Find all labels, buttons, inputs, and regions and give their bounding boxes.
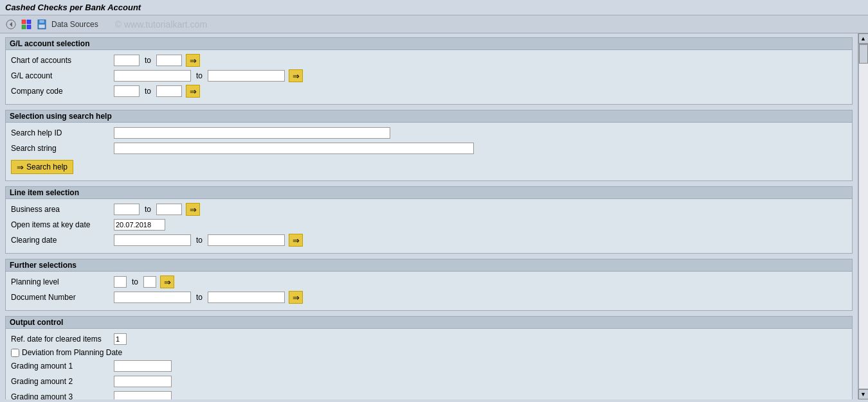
search-help-header: Selection using search help xyxy=(6,110,852,123)
scroll-up-btn[interactable]: ▲ xyxy=(858,33,869,44)
company-code-arrow[interactable]: ⇒ xyxy=(186,85,200,98)
company-code-label: Company code xyxy=(11,87,114,96)
gl-account-from[interactable] xyxy=(114,70,191,82)
search-help-btn-label: Search help xyxy=(26,162,68,171)
grading2-input[interactable] xyxy=(114,376,172,387)
business-area-to[interactable] xyxy=(156,204,182,215)
title-bar: Cashed Checks per Bank Account xyxy=(0,0,868,15)
clearing-date-label: Clearing date xyxy=(11,236,114,245)
clearing-date-row: Clearing date to ⇒ xyxy=(11,234,847,247)
svg-rect-4 xyxy=(22,25,26,29)
page-title: Cashed Checks per Bank Account xyxy=(5,3,141,12)
chart-of-accounts-from[interactable] xyxy=(114,55,140,66)
planning-level-label: Planning level xyxy=(11,277,114,286)
grading1-input[interactable] xyxy=(114,360,172,372)
to-label-4: to xyxy=(145,205,151,214)
to-label-3: to xyxy=(145,87,151,96)
open-items-label: Open items at key date xyxy=(11,220,114,229)
line-item-section: Line item selection Business area to ⇒ O… xyxy=(5,186,853,254)
watermark: © www.tutorialkart.com xyxy=(115,19,207,30)
chart-of-accounts-to[interactable] xyxy=(156,55,182,66)
document-number-row: Document Number to ⇒ xyxy=(11,291,847,304)
planning-level-from[interactable] xyxy=(114,276,127,288)
document-number-to[interactable] xyxy=(208,292,285,303)
search-help-section: Selection using search help Search help … xyxy=(5,110,853,181)
planning-level-arrow[interactable]: ⇒ xyxy=(160,275,174,288)
clearing-date-from[interactable] xyxy=(114,234,191,246)
gl-account-row: G/L account to ⇒ xyxy=(11,69,847,82)
svg-rect-3 xyxy=(27,20,31,24)
to-label-7: to xyxy=(196,293,203,302)
gl-account-arrow[interactable]: ⇒ xyxy=(289,69,303,82)
scroll-down-btn[interactable]: ▼ xyxy=(858,389,869,399)
grading3-row: Grading amount 3 xyxy=(11,390,847,399)
datasources-label[interactable]: Data Sources xyxy=(51,20,98,29)
grading3-input[interactable] xyxy=(114,391,172,399)
search-help-button[interactable]: ⇒ Search help xyxy=(11,160,73,174)
form-area: G/L account selection Chart of accounts … xyxy=(0,33,858,399)
clearing-date-to[interactable] xyxy=(208,234,285,246)
company-code-to[interactable] xyxy=(156,85,182,97)
search-string-row: Search string xyxy=(11,142,847,155)
to-label-1: to xyxy=(145,56,151,65)
open-items-row: Open items at key date xyxy=(11,218,847,231)
svg-rect-2 xyxy=(22,20,26,24)
line-item-header: Line item selection xyxy=(6,187,852,199)
gl-account-to[interactable] xyxy=(208,70,285,82)
search-help-btn-row: ⇒ Search help xyxy=(11,157,847,174)
company-code-from[interactable] xyxy=(114,85,140,97)
search-string-input[interactable] xyxy=(114,143,474,154)
ref-date-label: Ref. date for cleared items xyxy=(11,335,114,344)
gl-account-header: G/L account selection xyxy=(6,38,852,50)
output-control-section: Output control Ref. date for cleared ite… xyxy=(5,316,853,399)
document-number-label: Document Number xyxy=(11,293,114,302)
search-help-id-label: Search help ID xyxy=(11,128,114,137)
search-string-label: Search string xyxy=(11,144,114,153)
grading2-label: Grading amount 2 xyxy=(11,377,114,386)
search-help-id-input[interactable] xyxy=(114,127,390,139)
grading1-row: Grading amount 1 xyxy=(11,360,847,372)
grading3-label: Grading amount 3 xyxy=(11,392,114,399)
business-area-arrow[interactable]: ⇒ xyxy=(186,203,200,216)
svg-rect-7 xyxy=(39,20,44,23)
search-help-id-row: Search help ID xyxy=(11,127,847,139)
business-area-label: Business area xyxy=(11,205,114,214)
grid-icon[interactable] xyxy=(21,19,32,30)
grading2-row: Grading amount 2 xyxy=(11,375,847,388)
output-control-header: Output control xyxy=(6,317,852,329)
deviation-checkbox[interactable] xyxy=(11,349,19,357)
scrollbar[interactable]: ▲ ▼ xyxy=(858,33,868,399)
chart-of-accounts-row: Chart of accounts to ⇒ xyxy=(11,54,847,67)
ref-date-row: Ref. date for cleared items xyxy=(11,333,847,345)
further-selections-section: Further selections Planning level to ⇒ D… xyxy=(5,259,853,311)
chart-of-accounts-label: Chart of accounts xyxy=(11,56,114,65)
ref-date-input[interactable] xyxy=(114,333,127,345)
company-code-row: Company code to ⇒ xyxy=(11,85,847,98)
svg-rect-5 xyxy=(27,25,31,29)
scrollbar-track[interactable] xyxy=(858,44,869,389)
deviation-label: Deviation from Planning Date xyxy=(22,348,122,357)
further-selections-header: Further selections xyxy=(6,259,852,272)
planning-level-row: Planning level to ⇒ xyxy=(11,275,847,288)
deviation-row: Deviation from Planning Date xyxy=(11,348,847,357)
grading1-label: Grading amount 1 xyxy=(11,362,114,371)
chart-of-accounts-arrow[interactable]: ⇒ xyxy=(186,54,200,67)
to-label-5: to xyxy=(196,236,203,245)
back-icon[interactable] xyxy=(5,19,17,30)
svg-marker-1 xyxy=(10,22,12,27)
open-items-date[interactable] xyxy=(114,219,165,231)
gl-account-section: G/L account selection Chart of accounts … xyxy=(5,37,853,105)
document-number-arrow[interactable]: ⇒ xyxy=(289,291,303,304)
business-area-row: Business area to ⇒ xyxy=(11,203,847,216)
business-area-from[interactable] xyxy=(114,204,140,215)
svg-rect-8 xyxy=(39,24,45,28)
document-number-from[interactable] xyxy=(114,292,191,303)
planning-level-to[interactable] xyxy=(143,276,156,288)
to-label-2: to xyxy=(196,71,203,80)
clearing-date-arrow[interactable]: ⇒ xyxy=(289,234,303,247)
gl-account-label: G/L account xyxy=(11,71,114,80)
toolbar: Data Sources © www.tutorialkart.com xyxy=(0,15,868,33)
save-icon[interactable] xyxy=(36,19,48,30)
search-help-btn-icon: ⇒ xyxy=(17,162,24,172)
to-label-6: to xyxy=(132,277,138,286)
